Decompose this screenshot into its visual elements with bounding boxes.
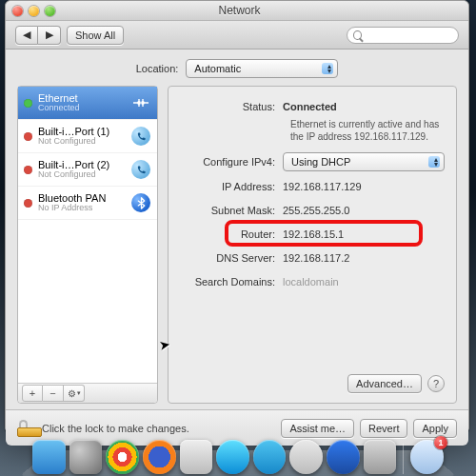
status-value: Connected: [283, 101, 337, 112]
gear-icon: ⚙: [68, 388, 76, 399]
location-value: Automatic: [194, 63, 241, 74]
advanced-button[interactable]: Advanced…: [347, 374, 422, 393]
search-input[interactable]: [366, 30, 452, 41]
dock-chrome-icon[interactable]: [106, 440, 139, 474]
toolbar: ◀ ▶ Show All: [6, 21, 468, 50]
sidebar-item-modem1[interactable]: Built-i…Port (1) Not Configured: [18, 120, 157, 153]
search-icon: [353, 30, 362, 40]
window-title: Network: [55, 4, 424, 17]
dns-label: DNS Server:: [180, 252, 283, 264]
close-icon[interactable]: [12, 6, 23, 16]
services-sidebar: Ethernet Connected Built-i…Port (1) Not …: [17, 86, 158, 404]
show-all-button[interactable]: Show All: [67, 26, 124, 45]
minimize-icon[interactable]: [29, 6, 39, 16]
svg-point-1: [142, 102, 144, 104]
router-value: 192.168.15.1: [283, 228, 344, 240]
help-button[interactable]: ?: [427, 375, 445, 392]
dock-finder-icon[interactable]: [32, 440, 66, 474]
dock-systemprefs-icon[interactable]: [364, 440, 397, 474]
dock-itunes-icon[interactable]: [289, 440, 323, 474]
configure-ipv4-popup[interactable]: Using DHCP ▴▾: [283, 152, 445, 171]
network-preferences-window: Network ◀ ▶ Show All Location: Automatic…: [5, 0, 469, 433]
dock-appstore-icon[interactable]: [327, 440, 360, 474]
dock-messages-icon[interactable]: [216, 440, 249, 474]
add-service-button[interactable]: +: [22, 385, 43, 402]
action-menu-button[interactable]: ⚙▾: [64, 385, 85, 402]
sidebar-item-bluetooth[interactable]: Bluetooth PAN No IP Address: [18, 187, 157, 220]
sidebar-footer: + − ⚙▾: [18, 383, 157, 403]
dock-launchpad-icon[interactable]: [69, 440, 103, 474]
location-row: Location: Automatic ▴▾: [6, 50, 468, 86]
ip-value: 192.168.117.129: [283, 181, 362, 192]
location-label: Location:: [136, 63, 179, 74]
service-status: No IP Address: [38, 204, 106, 213]
downloads-badge: 1: [434, 436, 447, 449]
service-status: Not Configured: [38, 137, 109, 147]
search-domains-label: Search Domains:: [180, 276, 283, 288]
ethernet-icon: [130, 92, 151, 113]
dock-firefox-icon[interactable]: [143, 440, 176, 474]
ipv4-label: Configure IPv4:: [180, 156, 283, 168]
window-controls: [12, 6, 55, 16]
status-dot-icon: [24, 199, 32, 208]
mask-label: Subnet Mask:: [180, 205, 283, 216]
status-dot-icon: [24, 132, 32, 141]
bluetooth-icon: [130, 192, 151, 213]
service-status: Connected: [38, 104, 80, 113]
sidebar-item-modem2[interactable]: Built-i…Port (2) Not Configured: [18, 153, 157, 187]
dock-mail-icon[interactable]: [180, 440, 213, 474]
titlebar[interactable]: Network: [6, 1, 468, 21]
status-dot-icon: [24, 99, 32, 108]
detail-pane: Status: Connected Ethernet is currently …: [168, 86, 457, 404]
status-description: Ethernet is currently active and has the…: [290, 119, 445, 143]
phone-icon: [130, 159, 151, 180]
dock: 1: [19, 432, 457, 476]
forward-button[interactable]: ▶: [38, 26, 61, 45]
ipv4-value: Using DHCP: [291, 156, 350, 168]
status-dot-icon: [24, 166, 32, 174]
ip-label: IP Address:: [180, 181, 283, 192]
remove-service-button[interactable]: −: [43, 385, 64, 402]
status-label: Status:: [180, 101, 283, 112]
mask-value: 255.255.255.0: [283, 205, 349, 216]
search-domains-value: localdomain: [283, 276, 339, 288]
chevron-updown-icon: ▴▾: [434, 157, 438, 167]
zoom-icon[interactable]: [45, 6, 55, 16]
chevron-down-icon: ▾: [77, 389, 81, 397]
dock-skype-icon[interactable]: [253, 440, 287, 474]
chevron-updown-icon: ▴▾: [327, 64, 331, 73]
nav-segment: ◀ ▶: [15, 26, 61, 45]
phone-icon: [130, 126, 151, 147]
service-status: Not Configured: [38, 170, 109, 180]
location-popup[interactable]: Automatic ▴▾: [186, 59, 338, 78]
dock-downloads-icon[interactable]: 1: [410, 440, 444, 474]
sidebar-item-ethernet[interactable]: Ethernet Connected: [18, 87, 157, 120]
search-field[interactable]: [347, 27, 459, 44]
svg-point-0: [138, 102, 140, 104]
dock-separator: [403, 444, 404, 474]
back-button[interactable]: ◀: [15, 26, 38, 45]
dns-value: 192.168.117.2: [283, 252, 349, 264]
router-label: Router:: [180, 228, 283, 240]
